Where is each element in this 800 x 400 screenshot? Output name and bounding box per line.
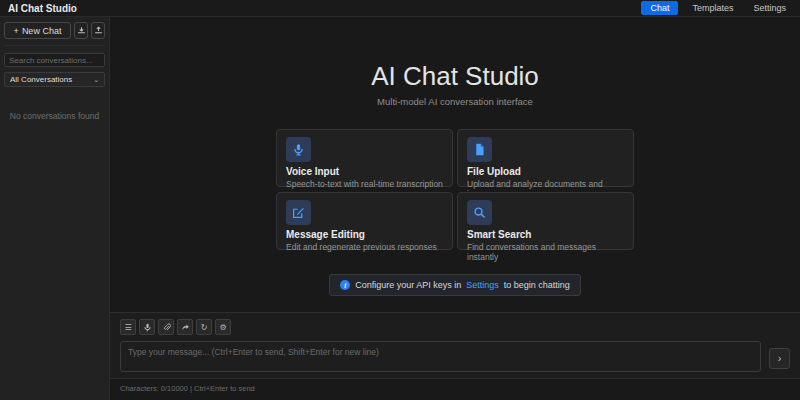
character-counter: Characters: 0/10000 | Ctrl+Enter to send xyxy=(120,384,255,393)
card-title: Message Editing xyxy=(286,229,443,240)
tab-templates[interactable]: Templates xyxy=(686,2,739,14)
edit-icon xyxy=(286,200,311,225)
feature-card-smart-search[interactable]: Smart Search Find conversations and mess… xyxy=(457,192,634,250)
share-icon[interactable] xyxy=(177,319,193,335)
feature-card-message-editing[interactable]: Message Editing Edit and regenerate prev… xyxy=(276,192,453,250)
search-conversations-input[interactable] xyxy=(4,53,105,67)
card-description: Speech-to-text with real-time transcript… xyxy=(286,179,443,189)
welcome-title: AI Chat Studio xyxy=(110,61,800,92)
message-composer: ☰ xyxy=(110,312,800,400)
chat-main: AI Chat Studio Multi-model AI conversati… xyxy=(110,17,800,400)
import-icon xyxy=(77,26,86,35)
app-window: AI Chat Studio Chat Templates Settings +… xyxy=(0,0,800,400)
attachment-icon[interactable] xyxy=(158,319,174,335)
banner-text-after: to begin chatting xyxy=(504,280,570,290)
tab-settings[interactable]: Settings xyxy=(747,2,792,14)
card-title: Voice Input xyxy=(286,166,443,177)
plus-icon: + xyxy=(14,26,19,36)
composer-toolbar: ☰ xyxy=(120,319,790,335)
welcome-panel: AI Chat Studio Multi-model AI conversati… xyxy=(110,61,800,296)
conversations-sidebar: + New Chat xyxy=(0,17,110,400)
new-chat-label: New Chat xyxy=(22,26,62,36)
composer-status-bar: Characters: 0/10000 | Ctrl+Enter to send xyxy=(110,378,800,400)
chat-messages-area: AI Chat Studio Multi-model AI conversati… xyxy=(110,17,800,312)
sidebar-actions-row: + New Chat xyxy=(4,22,105,46)
export-icon xyxy=(94,26,103,35)
app-title: AI Chat Studio xyxy=(8,3,77,14)
api-keys-banner: i Configure your API keys in Settings to… xyxy=(329,274,581,296)
search-icon xyxy=(467,200,492,225)
microphone-icon xyxy=(286,137,311,162)
refresh-icon[interactable]: ↻ xyxy=(196,319,212,335)
file-icon xyxy=(467,137,492,162)
send-button[interactable]: › xyxy=(769,348,790,369)
list-icon[interactable]: ☰ xyxy=(120,319,136,335)
import-button[interactable] xyxy=(74,22,88,39)
feature-card-file-upload[interactable]: File Upload Upload and analyze documents… xyxy=(457,129,634,187)
send-arrow-icon: › xyxy=(778,353,782,364)
card-description: Edit and regenerate previous responses xyxy=(286,242,443,252)
export-button[interactable] xyxy=(91,22,105,39)
composer-input-row: › xyxy=(120,341,790,372)
top-nav: Chat Templates Settings xyxy=(641,1,792,15)
conversations-filter-dropdown[interactable]: All Conversations ⌄ xyxy=(4,72,105,87)
top-bar: AI Chat Studio Chat Templates Settings xyxy=(0,0,800,17)
chevron-down-icon: ⌄ xyxy=(93,76,99,83)
gear-icon[interactable]: ⚙ xyxy=(215,319,231,335)
message-input[interactable] xyxy=(120,341,761,372)
card-title: Smart Search xyxy=(467,229,624,240)
filter-selected-value: All Conversations xyxy=(10,75,72,84)
card-title: File Upload xyxy=(467,166,624,177)
banner-settings-link[interactable]: Settings xyxy=(466,280,499,290)
info-icon: i xyxy=(340,280,350,290)
new-chat-button[interactable]: + New Chat xyxy=(4,22,71,39)
card-description: Find conversations and messages instantl… xyxy=(467,242,624,262)
feature-cards: Voice Input Speech-to-text with real-tim… xyxy=(276,129,634,250)
feature-card-voice-input[interactable]: Voice Input Speech-to-text with real-tim… xyxy=(276,129,453,187)
microphone-icon[interactable] xyxy=(139,319,155,335)
welcome-subtitle: Multi-model AI conversation interface xyxy=(110,96,800,107)
tab-chat[interactable]: Chat xyxy=(641,1,678,15)
empty-conversations-message: No conversations found xyxy=(4,111,105,121)
banner-text-before: Configure your API keys in xyxy=(355,280,461,290)
